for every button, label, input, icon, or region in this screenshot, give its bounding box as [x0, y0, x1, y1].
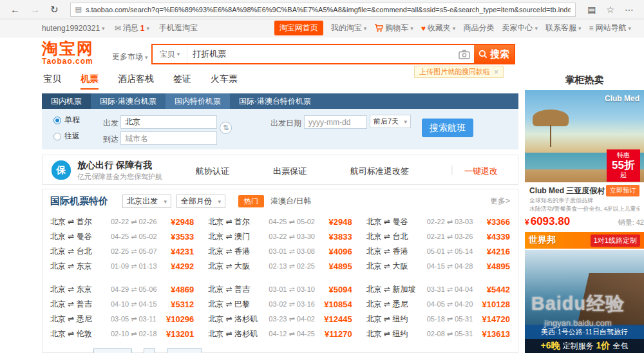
- flight-deal-row[interactable]: 北京 ⇌ 首尔 04-25 ⇌ 05-02 ¥2948: [208, 215, 352, 229]
- discount-line3: 起: [607, 171, 640, 179]
- book-now-button[interactable]: 立即预订: [606, 185, 639, 196]
- more-icon[interactable]: ⋯: [625, 5, 634, 15]
- flight-deal-row[interactable]: 北京 ⇌ 大阪 02-13 ⇌ 02-25 ¥4895: [208, 259, 352, 274]
- deal-price: ¥4339: [487, 232, 510, 242]
- flight-deal-row[interactable]: 北京 ⇌ 伦敦 02-10 ⇌ 02-18 ¥13201: [50, 327, 194, 341]
- flight-tab-domestic[interactable]: 国内机票: [42, 93, 91, 109]
- deal-dates: 02-22 ⇌ 03-03: [427, 218, 487, 226]
- tab-trains[interactable]: 火车票: [211, 73, 238, 90]
- flight-tab-international[interactable]: 国际·港澳台机票: [91, 93, 166, 109]
- username-link[interactable]: huteng19920321 ▾: [42, 24, 105, 33]
- flight-deal-row[interactable]: 北京 ⇌ 曼谷 04-25 ⇌ 05-02 ¥3533: [50, 229, 194, 244]
- hot-filter-tag[interactable]: 热门: [238, 195, 264, 207]
- flight-deal-row[interactable]: 北京 ⇌ 洛杉矶 04-12 ⇌ 04-25 ¥11270: [208, 327, 352, 341]
- roundtrip-radio[interactable]: 往返: [53, 131, 80, 142]
- departure-city-select[interactable]: 北京出发 ▾: [122, 195, 171, 208]
- flight-deal-row[interactable]: 北京 ⇌ 台北 02-21 ⇌ 03-26 ¥4339: [366, 229, 510, 244]
- deal-dates: 04-25 ⇌ 05-02: [269, 218, 328, 226]
- address-bar[interactable]: ▤ s.taobao.com/search?q=%E6%89%93%E6%8A%…: [70, 3, 576, 17]
- tooltip-text: 上传图片就能搜同款啦: [419, 67, 490, 77]
- search-flights-button[interactable]: 搜索航班: [422, 119, 473, 137]
- refresh-icon[interactable]: ↻: [50, 4, 59, 15]
- flight-deal-row[interactable]: 北京 ⇌ 普吉 04-10 ⇌ 04-15 ¥5312: [50, 297, 194, 312]
- flight-deal-row[interactable]: 北京 ⇌ 东京 01-09 ⇌ 01-13 ¥4292: [50, 259, 194, 274]
- flight-deal-row[interactable]: 北京 ⇌ 纽约 05-18 ⇌ 05-31 ¥14720: [366, 312, 510, 327]
- flight-tab-international-deals[interactable]: 国际·港澳台特价机票: [230, 93, 320, 109]
- radio-icon: [53, 133, 61, 140]
- tab-hotels[interactable]: 酒店客栈: [118, 73, 154, 90]
- flight-deal-row[interactable]: 北京 ⇌ 台北 02-25 ⇌ 05-07 ¥4231: [50, 244, 194, 259]
- refund-policy-link[interactable]: 航司标准退改签: [350, 166, 409, 177]
- my-taobao-link[interactable]: 我的淘宝 ▾: [331, 23, 367, 33]
- product-price-row: ¥ 6093.80 销量: 42: [525, 215, 644, 228]
- oneway-radio[interactable]: 单程: [53, 115, 80, 126]
- favorites-link[interactable]: ♥ 收藏夹 ▾: [421, 23, 456, 33]
- date-range-select[interactable]: 前后7天 ▾: [370, 115, 411, 128]
- quick-refund-link[interactable]: 一键退改: [464, 166, 498, 177]
- month-select[interactable]: 全部月份 ▾: [176, 195, 225, 208]
- flight-deal-row[interactable]: 北京 ⇌ 悉尼 03-05 ⇌ 03-11 ¥10296: [50, 312, 194, 327]
- more-deals-link[interactable]: 更多>: [490, 196, 510, 207]
- deals-column-1: 北京 ⇌ 首尔 02-22 ⇌ 02-26 ¥2948 北京 ⇌ 曼谷 04-2…: [50, 215, 194, 341]
- deal-dates: 03-05 ⇌ 03-11: [111, 315, 166, 323]
- image-search-button[interactable]: [455, 45, 474, 63]
- mobile-taobao-link[interactable]: 手机逛淘宝: [159, 23, 198, 33]
- price-value: 6093.80: [531, 215, 570, 228]
- more-markets-link[interactable]: 更多市场 ▾: [112, 52, 148, 62]
- taobao-logo[interactable]: 淘宝网 Taobao.com: [42, 40, 94, 66]
- tab-flights[interactable]: 机票: [80, 73, 99, 90]
- categories-link[interactable]: 商品分类: [463, 23, 494, 33]
- flight-deal-row[interactable]: 北京 ⇌ 普吉 03-01 ⇌ 03-10 ¥5094: [208, 282, 352, 297]
- cutoff-tab[interactable]: [93, 348, 132, 353]
- back-icon[interactable]: ←: [10, 4, 20, 15]
- flight-tab-domestic-deals[interactable]: 国内特价机票: [166, 93, 230, 109]
- swap-cities-button[interactable]: ⇅: [220, 122, 232, 134]
- flight-deal-row[interactable]: 北京 ⇌ 新加坡 03-31 ⇌ 04-04 ¥5442: [366, 282, 510, 297]
- flight-deal-row[interactable]: 北京 ⇌ 澳门 03-22 ⇌ 03-30 ¥3833: [208, 229, 352, 244]
- ticket-guarantee-link[interactable]: 出票保证: [273, 166, 307, 177]
- flight-deal-row[interactable]: 北京 ⇌ 曼谷 02-22 ⇌ 03-03 ¥3366: [366, 215, 510, 229]
- tab-visa[interactable]: 签证: [173, 73, 191, 90]
- roadtrip-ad[interactable]: 美西·1号公路·11日自驾旅行 +6晚 定制服务 1价 全包: [525, 250, 644, 353]
- reading-view-icon[interactable]: ▤: [587, 5, 596, 15]
- seller-center-link[interactable]: 卖家中心 ▾: [502, 23, 538, 33]
- chevron-down-icon: ▾: [164, 198, 167, 205]
- search-scope-select[interactable]: 宝贝 ▾: [153, 45, 187, 63]
- favorites-star-icon[interactable]: ☆: [606, 5, 614, 15]
- region-filter-tag[interactable]: 港澳台/日韩: [270, 196, 311, 207]
- deal-price: ¥3533: [171, 232, 194, 242]
- forward-icon[interactable]: →: [30, 4, 40, 15]
- flight-deal-row[interactable]: 北京 ⇌ 东京 04-29 ⇌ 05-06 ¥4869: [50, 282, 194, 297]
- customer-service-link[interactable]: 联系客服 ▾: [545, 23, 582, 33]
- worldbang-ad[interactable]: 世界邦 1对1线路定制: [525, 232, 644, 249]
- messages-link[interactable]: ✉ 消息 1 ▾: [115, 23, 149, 33]
- flight-deal-row[interactable]: 北京 ⇌ 香港 03-01 ⇌ 03-08 ¥4096: [208, 244, 352, 259]
- clubmed-desc-2: 水陆活动/管餐美食一价全包, 4岁以上儿童全价: [529, 205, 639, 213]
- flight-deal-row[interactable]: 北京 ⇌ 大阪 04-15 ⇌ 04-28 ¥4895: [366, 259, 510, 274]
- site-map-link[interactable]: ≡ 网站导航 ▾: [589, 23, 631, 33]
- flight-deal-row[interactable]: 北京 ⇌ 巴黎 03-02 ⇌ 03-16 ¥10854: [208, 297, 352, 312]
- deal-route: 北京 ⇌ 首尔: [50, 216, 111, 227]
- cutoff-tab[interactable]: [167, 348, 202, 353]
- username-text: huteng19920321: [42, 24, 100, 33]
- airline-cert-link[interactable]: 航协认证: [196, 166, 229, 177]
- depart-city-input[interactable]: [120, 115, 217, 129]
- flight-deal-row[interactable]: 北京 ⇌ 悉尼 04-05 ⇌ 04-20 ¥10128: [366, 297, 510, 312]
- site-map-label: 网站导航: [595, 23, 626, 33]
- clubmed-ad[interactable]: Club Med 特惠 55折 起 Club Med 三亚度假村 立即预订 全球…: [525, 90, 644, 213]
- taobao-home-link[interactable]: 淘宝网首页: [274, 21, 323, 35]
- arrive-city-input[interactable]: [120, 131, 217, 145]
- deal-dates: 02-25 ⇌ 05-07: [111, 247, 171, 256]
- flight-deal-row[interactable]: 北京 ⇌ 纽约 02-08 ⇌ 05-31 ¥13613: [366, 327, 510, 341]
- flight-deal-row[interactable]: 北京 ⇌ 香港 05-01 ⇌ 05-14 ¥4216: [366, 244, 510, 259]
- depart-date-input[interactable]: [304, 115, 367, 129]
- cutoff-tab[interactable]: [144, 348, 155, 353]
- tab-items[interactable]: 宝贝: [43, 73, 61, 90]
- close-icon[interactable]: ×: [494, 68, 498, 77]
- flight-deal-row[interactable]: 北京 ⇌ 首尔 02-22 ⇌ 02-26 ¥2948: [50, 215, 194, 229]
- cart-link[interactable]: 购物车 ▾: [374, 23, 413, 33]
- search-box: 宝贝 ▾ 搜索: [151, 44, 515, 64]
- search-input[interactable]: [187, 45, 455, 63]
- search-button[interactable]: 搜索: [474, 45, 514, 63]
- flight-deal-row[interactable]: 北京 ⇌ 洛杉矶 03-23 ⇌ 04-02 ¥12445: [208, 312, 352, 327]
